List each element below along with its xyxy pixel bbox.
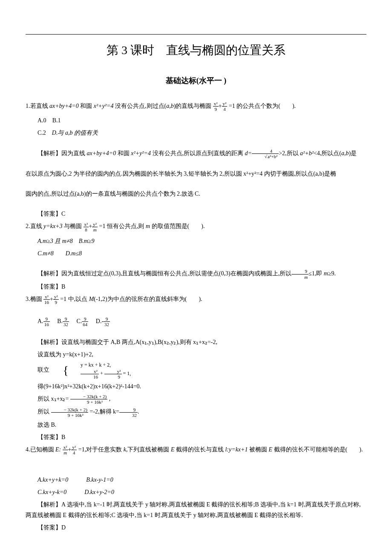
plus: + xyxy=(219,103,222,109)
q2-expl-a: 【解析】因为直线恒过定点(0,3),且直线与椭圆恒有公共点,所以需使点(0,3)… xyxy=(37,270,291,277)
q2-stem: 2.直线 y=kx+3 与椭圆 x²8+y²m =1 恒有公共点,则 m 的取值… xyxy=(26,221,366,232)
q4-optD: D.kx+y-2=0 xyxy=(84,489,114,495)
frac-9-32: 932 xyxy=(63,316,69,327)
q3-c: (-1,2)为中点的弦所在的直线斜率为( ). xyxy=(94,296,202,302)
q2-optC: C.m≠8 xyxy=(37,250,54,257)
q3-stem: 3.椭圆 x²16+y²9 =1 中,以点 M(-1,2)为中点的弦所在的直线斜… xyxy=(26,294,366,305)
frac-y2-4: y²4 xyxy=(222,101,228,112)
frac-x2-8: x²8 xyxy=(84,222,89,232)
q4-e: 被椭圆 xyxy=(248,446,269,453)
plus3: + xyxy=(50,296,53,302)
q1-text5: =1 的公共点个数为( ). xyxy=(229,103,296,109)
page-title: 第 3 课时 直线与椭圆的位置关系 xyxy=(26,40,366,61)
q2-m: m xyxy=(146,223,150,229)
frac-y2-4b: y²4 xyxy=(71,445,77,455)
frac-neg32: − 32k(k + 2)9 + 16k² xyxy=(70,394,107,405)
q1-eq2: x²+y²=4 xyxy=(94,103,114,109)
q3-expl6: 所以 − 32k(k + 2)9 + 16k² =-2,解得 k=932. xyxy=(26,406,366,417)
page-subtitle: 基础达标(水平一 ) xyxy=(26,74,366,87)
q2-options-row1: A.m≥3 且 m≠8 B.m≥9 xyxy=(26,236,366,246)
frac-9-m: 9m xyxy=(291,269,308,279)
q4-options-row2: C.kx+y-k=0 D.kx+y-2=0 xyxy=(26,487,366,497)
q4-stem: 4.已知椭圆 E: x²m+y²4 =1,对于任意实数 k,下列直线被椭圆 E … xyxy=(26,444,366,455)
q3-expl1: 【解析】设直线与椭圆交于 A,B 两点,A(x₁,y₁),B(x₂,y₂),则有… xyxy=(26,337,366,347)
frac-4-sqrt: 4√a²+b² xyxy=(252,148,279,159)
q3-expl4: 得(9+16k²)x²+32k(k+2)x+16(k+2)²-144=0. xyxy=(26,381,366,392)
q1-expl-d: >2,所以 xyxy=(279,150,300,156)
q2-answer: 【答案】B xyxy=(26,281,366,292)
sys-row2: x²16 + y²9 = 1, xyxy=(69,369,131,379)
q4-answer: 【答案】D xyxy=(26,522,366,533)
q1-d: d= xyxy=(245,150,252,156)
frac-x2-16: x²16 xyxy=(43,294,50,305)
q1-text: 1.若直线 xyxy=(26,103,49,109)
q1-optA: A.0 xyxy=(37,117,46,124)
q3-expl3a: 联立 xyxy=(37,367,49,373)
q1-eq1: ax+by+4=0 xyxy=(49,103,79,109)
q4-explanation: 【解析】A 选项中,当 k=-1 时,两直线关于 y 轴对称,两直线被椭圆 E … xyxy=(26,499,366,520)
q1-text3: 没有公共点,则过点( xyxy=(114,103,167,109)
q1-options-row1: A.0 B.1 xyxy=(26,115,366,126)
q2-expl-c: ≥9. xyxy=(328,270,336,277)
q1-explanation-1: 【解析】因为直线 ax+by+4=0 和圆 x²+y²=4 没有公共点,所以原点… xyxy=(26,148,366,159)
q3-optC: C. xyxy=(76,318,82,324)
frac-neg32b: − 32k(k + 2)9 + 16k² xyxy=(51,407,88,418)
q4-a: 4.已知椭圆 xyxy=(26,446,55,453)
q4-b: =1,对于任意实数 xyxy=(78,446,124,453)
q4-optB: B.kx-y-1=0 xyxy=(86,477,113,483)
q2-optA: A.m≥3 且 m≠8 xyxy=(37,238,73,244)
q1-answer: 【答案】C xyxy=(26,208,366,219)
q1-expl-b: 和圆 xyxy=(116,150,131,156)
sys-row1: y = kx + k + 2, xyxy=(69,361,131,369)
plus2: + xyxy=(89,223,92,229)
q3-b: =1 中,以点 xyxy=(60,296,89,302)
q3-expl6b: =-2,解得 k= xyxy=(89,408,119,415)
q4-f: 截得的弦长不可能相等的是( ). xyxy=(272,446,363,453)
q3-M: M xyxy=(89,296,94,302)
q1-expl-eq1: ax+by+4=0 xyxy=(87,150,116,156)
q4-options-row1: A.kx+y+k=0 B.kx-y-1=0 xyxy=(26,474,366,485)
q1-stem: 1.若直线 ax+by+4=0 和圆 x²+y²=4 没有公共点,则过点(a,b… xyxy=(26,101,366,112)
q2-expl-b: ≤1,即 xyxy=(308,270,324,277)
q1-explanation-3: 圆内的点,所以过点(a,b)的一条直线与椭圆的公共点个数为 2.故选 C. xyxy=(26,188,366,199)
frac-9-64: 964 xyxy=(82,316,88,327)
q3-expl3: 联立 { y = kx + k + 2, x²16 + y²9 = 1, xyxy=(26,361,366,379)
frac-y2-9: y²9 xyxy=(53,294,59,305)
q3-a: 3.椭圆 xyxy=(26,296,42,302)
q1-expl-f: )是 xyxy=(349,150,357,156)
q3-expl7: 故选 B. xyxy=(26,419,366,430)
q1-text4: )的直线与椭圆 xyxy=(174,103,212,109)
q1-ab2: a²+b² xyxy=(300,150,314,156)
frac-9-32c: 932 xyxy=(119,407,138,418)
q2-b: 与椭圆 xyxy=(63,223,82,229)
plus4: + xyxy=(68,446,72,453)
q4-Ep2: E xyxy=(269,446,273,453)
q4-c: ,下列直线被椭圆 xyxy=(126,446,171,453)
q2-a: 2.直线 xyxy=(26,223,43,229)
q1-optC: C.2 xyxy=(37,130,46,136)
q4-optC: C.kx+y-k=0 xyxy=(37,489,66,495)
q3-expl6a: 所以 xyxy=(37,408,51,415)
q2-options-row2: C.m≠8 D.m≤8 xyxy=(26,248,366,259)
q1-optD: D.与 a,b 的值有关 xyxy=(52,130,98,136)
q3-expl5: 所以 x₁+x₂= − 32k(k + 2)9 + 16k² , xyxy=(26,393,366,405)
q1-expl-eq2: x²+y²=4 xyxy=(131,150,151,156)
q1-explanation-2: 在以原点为圆心,2 为半径的圆内的点.因为椭圆的长半轴长为 3,短半轴长为 2,… xyxy=(26,168,366,179)
q3-answer: 【答案】B xyxy=(26,432,366,442)
frac-9-16: 916 xyxy=(43,316,50,327)
equation-system: { y = kx + k + 2, x²16 + y²9 = 1, xyxy=(51,361,131,379)
q3-optD: D.- xyxy=(96,318,104,324)
q1-options-row2: C.2 D.与 a,b 的值有关 xyxy=(26,127,366,138)
frac-9-32b: 932 xyxy=(104,316,110,327)
q4-d: 截得的弦长与直线 xyxy=(174,446,225,453)
q1-expl-e: <4,所以点( xyxy=(314,150,341,156)
q3-expl5b: , xyxy=(109,396,111,402)
q1-optB: B.1 xyxy=(52,117,61,124)
q1-text2: 和圆 xyxy=(79,103,94,109)
q3-expl6c: . xyxy=(138,408,139,415)
frac-x2-m: x²m xyxy=(63,445,68,455)
q2-explanation: 【解析】因为直线恒过定点(0,3),且直线与椭圆恒有公共点,所以需使点(0,3)… xyxy=(26,268,366,279)
q2-c: =1 恒有公共点,则 xyxy=(99,223,146,229)
q2-m2: m xyxy=(324,270,328,277)
frac-y2-m: y²m xyxy=(92,222,98,232)
